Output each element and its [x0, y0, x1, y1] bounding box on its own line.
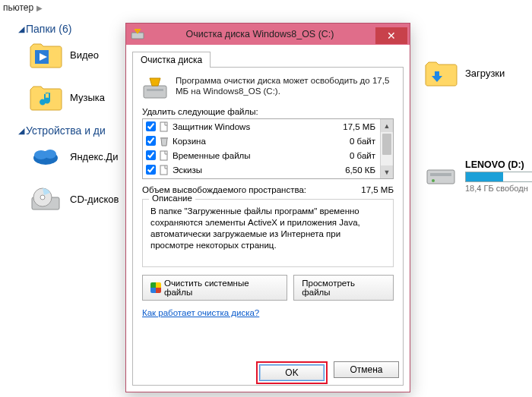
list-item[interactable]: Эскизы6,50 КБ — [143, 162, 380, 177]
svg-point-4 — [44, 150, 56, 159]
description-group: Описание В папке "Загруженные файлы прог… — [142, 199, 394, 267]
drive-item-lenovo[interactable]: LENOVO (D:) 18,4 ГБ свободн — [424, 158, 530, 193]
svg-rect-18 — [160, 165, 167, 175]
intro-text: Программа очистки диска может освободить… — [176, 75, 394, 97]
list-item-size: 6,50 КБ — [345, 165, 377, 175]
svg-rect-9 — [430, 173, 451, 176]
cloud-disk-icon — [29, 141, 62, 172]
svg-rect-8 — [427, 170, 454, 184]
description-legend: Описание — [149, 194, 195, 203]
section-folders-title: Папки (6) — [26, 23, 71, 35]
list-item-name: Корзина — [173, 137, 350, 146]
recycle-bin-icon — [159, 136, 169, 147]
cancel-button[interactable]: Отмена — [334, 361, 399, 378]
folder-item-yadisk[interactable]: Яндекс.Ди — [29, 141, 125, 172]
collapse-icon: ◢ — [18, 24, 24, 34]
scrollbar[interactable]: ▲ ▼ — [380, 119, 393, 178]
close-icon: ✕ — [387, 30, 396, 42]
tab-panel: Программа очистки диска может освободить… — [132, 67, 404, 386]
file-icon — [159, 150, 169, 161]
svg-rect-15 — [160, 122, 167, 131]
svg-rect-17 — [160, 151, 167, 160]
tab-disk-cleanup[interactable]: Очистка диска — [132, 52, 211, 68]
list-item-checkbox[interactable] — [146, 165, 156, 175]
video-folder-icon — [29, 39, 62, 70]
disk-cleanup-dialog: Очистка диска Windows8_OS (C:) ✕ Очистка… — [125, 23, 410, 392]
folder-label: Загрузки — [465, 68, 505, 79]
drive-free-space: 18,4 ГБ свободн — [465, 184, 532, 193]
folder-label: Яндекс.Ди — [70, 151, 118, 162]
folder-label: Видео — [70, 49, 99, 61]
dialog-titlebar[interactable]: Очистка диска Windows8_OS (C:) ✕ — [126, 24, 410, 45]
scroll-up-icon[interactable]: ▲ — [381, 119, 393, 132]
annotation-ok-highlight: OK — [256, 361, 328, 384]
cd-drive-icon — [29, 184, 62, 214]
section-folders-header[interactable]: ◢ Папки (6) — [18, 23, 125, 35]
svg-point-7 — [40, 195, 45, 200]
folder-item-video[interactable]: Видео — [29, 39, 125, 70]
view-files-button[interactable]: Просмотреть файлы — [293, 275, 394, 301]
list-item[interactable]: Временные файлы0 байт — [143, 148, 380, 162]
svg-rect-16 — [160, 137, 168, 139]
svg-rect-12 — [135, 29, 141, 30]
svg-rect-14 — [147, 89, 163, 91]
list-item-name: Эскизы — [173, 165, 345, 175]
files-list-label: Удалить следующие файлы: — [142, 107, 394, 116]
list-item-name: Защитник Windows — [173, 122, 343, 131]
section-devices-header[interactable]: ◢ Устройства и ди — [18, 124, 125, 137]
hard-drive-icon — [424, 158, 458, 188]
music-folder-icon — [29, 82, 62, 112]
description-text: В папке "Загруженные файлы программ" вре… — [150, 206, 385, 259]
list-item-checkbox[interactable] — [146, 150, 156, 160]
disk-cleanup-icon — [131, 28, 144, 40]
downloads-folder-icon — [424, 58, 458, 88]
folder-label: Музыка — [70, 92, 105, 103]
list-item[interactable]: Корзина0 байт — [143, 134, 380, 148]
svg-rect-13 — [144, 86, 166, 98]
total-space-value: 17,5 МБ — [361, 185, 394, 194]
list-item[interactable]: Защитник Windows17,5 МБ — [143, 119, 380, 134]
breadcrumb[interactable]: пьютер ▶ — [0, 0, 532, 15]
chevron-right-icon: ▶ — [36, 4, 43, 12]
drive-name: LENOVO (D:) — [465, 159, 532, 170]
list-item-size: 0 байт — [350, 137, 377, 146]
folder-label: CD-дисков — [70, 194, 119, 205]
list-item-size: 0 байт — [350, 151, 377, 160]
section-devices-title: Устройства и ди — [26, 124, 106, 137]
folder-item-music[interactable]: Музыка — [29, 82, 125, 112]
svg-point-10 — [432, 179, 435, 182]
breadcrumb-text: пьютер — [3, 2, 33, 13]
list-item-checkbox[interactable] — [146, 121, 156, 131]
file-icon — [159, 121, 169, 132]
close-button[interactable]: ✕ — [375, 27, 407, 44]
folder-item-downloads[interactable]: Загрузки — [424, 58, 530, 88]
clean-system-files-button[interactable]: Очистить системные файлы — [142, 275, 287, 301]
drive-usage-bar — [465, 172, 532, 182]
device-item-cddrive[interactable]: CD-дисков — [29, 184, 125, 214]
ok-button[interactable]: OK — [259, 364, 325, 381]
how-it-works-link[interactable]: Как работает очистка диска? — [142, 308, 259, 317]
disk-cleanup-large-icon — [142, 75, 168, 101]
collapse-icon: ◢ — [18, 126, 24, 136]
file-icon — [159, 165, 169, 175]
dialog-title: Очистка диска Windows8_OS (C:) — [147, 29, 375, 39]
list-item-name: Временные файлы — [173, 151, 350, 160]
files-listbox: Защитник Windows17,5 МБКорзина0 байтВрем… — [142, 118, 394, 179]
list-item-size: 17,5 МБ — [343, 122, 377, 131]
scroll-down-icon[interactable]: ▼ — [381, 165, 393, 178]
scroll-thumb[interactable] — [382, 134, 391, 155]
list-item-checkbox[interactable] — [146, 136, 156, 146]
